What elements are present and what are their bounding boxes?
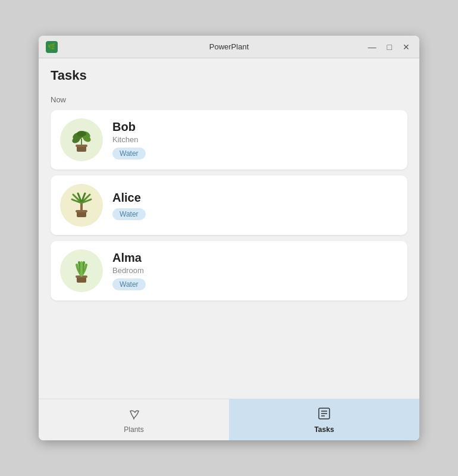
bottom-nav: Plants Tasks	[39, 399, 419, 440]
app-icon: 🌿	[46, 41, 58, 53]
maximize-button[interactable]: □	[385, 42, 394, 52]
nav-plants-label: Plants	[124, 425, 143, 434]
plant-card-bob[interactable]: Bob Kitchen Water	[51, 110, 407, 170]
task-badge-bob[interactable]: Water	[112, 148, 146, 159]
plant-info-alice: Alice Water	[112, 191, 398, 220]
plant-info-bob: Bob Kitchen Water	[112, 120, 398, 159]
page-title: Tasks	[51, 68, 407, 83]
plant-name-alma: Alma	[112, 251, 398, 265]
app-window: 🌿 PowerPlant — □ ✕ Tasks Now	[39, 36, 419, 440]
task-badge-alma[interactable]: Water	[112, 278, 146, 290]
nav-tasks-label: Tasks	[314, 425, 334, 434]
titlebar: 🌿 PowerPlant — □ ✕	[39, 36, 419, 58]
section-label-now: Now	[51, 95, 407, 104]
titlebar-left: 🌿	[46, 41, 58, 53]
plant-avatar-bob	[60, 118, 103, 161]
tasks-nav-icon	[317, 406, 331, 423]
plant-name-alice: Alice	[112, 191, 398, 205]
plant-image-alice	[67, 191, 96, 220]
page-header: Tasks	[39, 58, 419, 89]
svg-rect-10	[80, 203, 83, 211]
plant-image-alma	[67, 256, 96, 285]
plant-card-alice[interactable]: Alice Water	[51, 176, 407, 235]
plants-nav-icon	[127, 406, 141, 423]
content-area: Now Bob Kitch	[39, 89, 419, 399]
plant-card-alma[interactable]: Alma Bedroom Water	[51, 241, 407, 300]
nav-item-tasks[interactable]: Tasks	[229, 399, 419, 440]
close-button[interactable]: ✕	[400, 42, 412, 52]
plant-location-bob: Kitchen	[112, 135, 398, 144]
titlebar-controls: — □ ✕	[366, 42, 412, 52]
nav-item-plants[interactable]: Plants	[39, 399, 229, 440]
plant-avatar-alice	[60, 184, 103, 227]
svg-rect-1	[76, 145, 87, 147]
task-badge-alice[interactable]: Water	[112, 208, 146, 220]
plant-location-alma: Bedroom	[112, 266, 398, 275]
plant-image-bob	[67, 126, 96, 154]
minimize-button[interactable]: —	[366, 42, 379, 52]
app-icon-emoji: 🌿	[48, 43, 56, 51]
plant-info-alma: Alma Bedroom Water	[112, 251, 398, 290]
titlebar-title: PowerPlant	[209, 42, 249, 51]
plant-name-bob: Bob	[112, 120, 398, 134]
plant-avatar-alma	[60, 249, 103, 292]
